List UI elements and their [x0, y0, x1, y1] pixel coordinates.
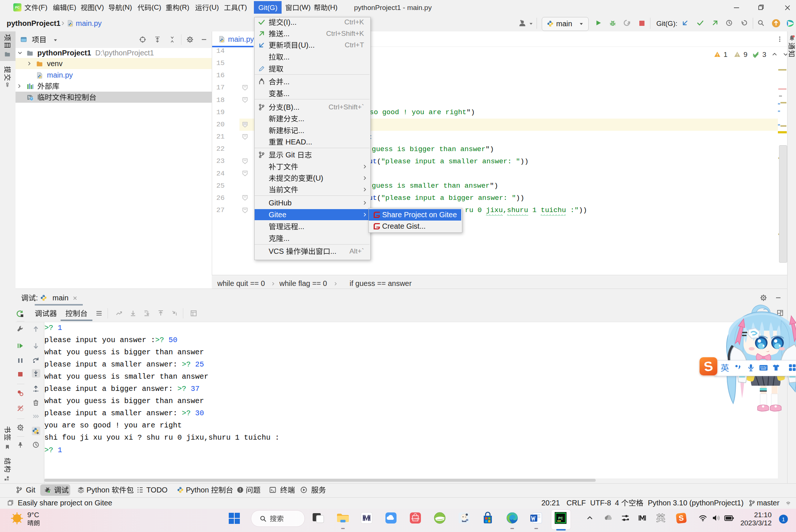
svg-text:PC: PC: [558, 516, 563, 521]
svg-text:HUAWEI: HUAWEI: [411, 518, 419, 520]
